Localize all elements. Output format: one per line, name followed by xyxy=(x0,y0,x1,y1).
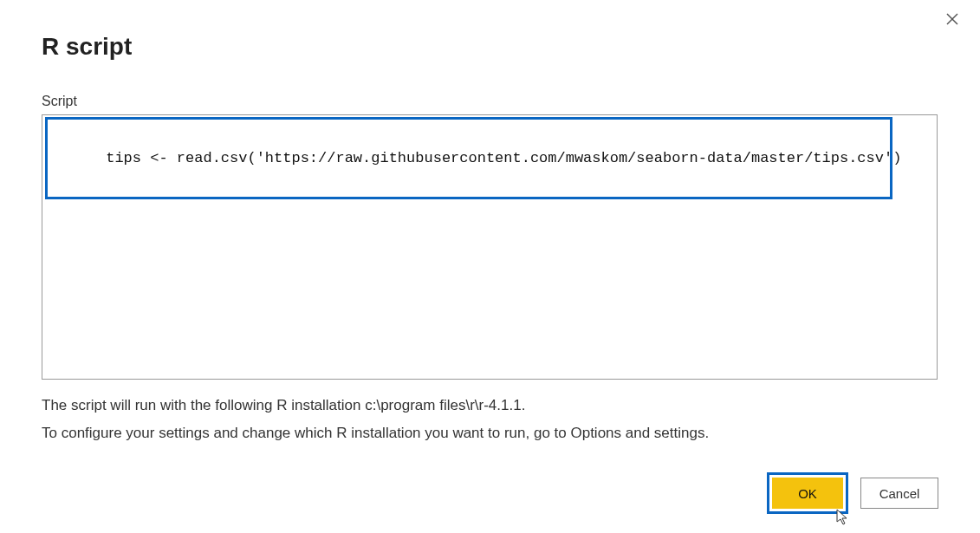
script-content[interactable]: tips <- read.csv('https://raw.githubuser… xyxy=(106,150,901,166)
info-line-1: The script will run with the following R… xyxy=(42,392,938,419)
cancel-button[interactable]: Cancel xyxy=(860,478,938,509)
close-icon xyxy=(946,13,958,29)
dialog-button-row: OK Cancel xyxy=(767,472,938,514)
dialog-title: R script xyxy=(42,33,938,61)
script-input[interactable]: tips <- read.csv('https://raw.githubuser… xyxy=(42,114,938,380)
r-script-dialog: R script Script tips <- read.csv('https:… xyxy=(0,0,980,533)
script-info-text: The script will run with the following R… xyxy=(42,392,938,448)
ok-button[interactable]: OK xyxy=(772,478,843,509)
script-field-label: Script xyxy=(42,94,938,109)
info-line-2: To configure your settings and change wh… xyxy=(42,419,938,447)
close-button[interactable] xyxy=(942,10,963,31)
ok-button-highlight: OK xyxy=(767,472,848,514)
script-content-highlight: tips <- read.csv('https://raw.githubuser… xyxy=(45,117,892,199)
